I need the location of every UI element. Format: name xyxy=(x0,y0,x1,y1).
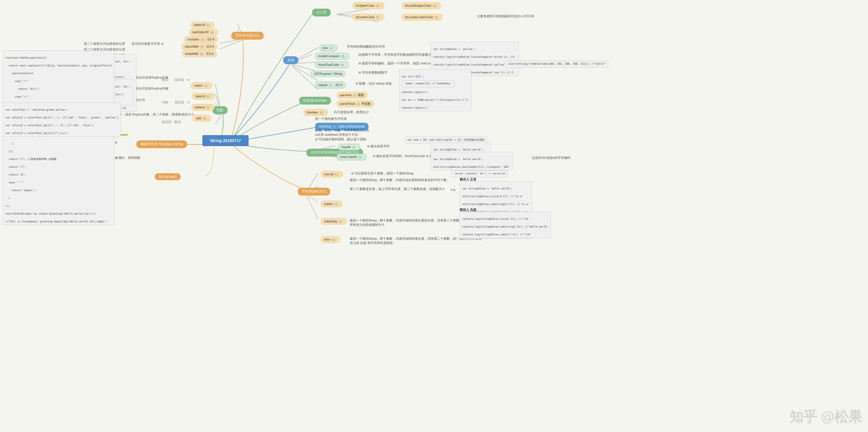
branch-convert-number: 转变成 Number xyxy=(299,97,331,104)
svg-line-18 xyxy=(215,115,221,124)
center-node: String 20190717 xyxy=(202,135,249,146)
leaf-trim: trim（） xyxy=(319,45,337,52)
leaf-includes: includes（）- ES 6 xyxy=(184,36,218,43)
code-fromCharCode: alert(String.fromCharCode(104, 101, 108,… xyxy=(506,61,608,68)
charAt-note: ⊖ 输出的是字符 xyxy=(367,144,390,148)
secondparam-start-note: 第二个参数为开始搜索的位置 是否找到参数字符串 ⊖ xyxy=(84,42,164,46)
toString-note4: ⊖ 可以输出每种进制，默认是十进制 xyxy=(315,137,366,141)
leaf-charAt: charAt（） xyxy=(338,144,360,151)
mind-map: String 20190717 大小写 toUpperCase（） toLoca… xyxy=(0,0,868,432)
leaf-lastIndexOf: lastIndexOf（） xyxy=(189,29,218,35)
leaf-substring: substring（） xyxy=(321,218,347,225)
branch-match: 匹配 xyxy=(212,106,227,114)
leaf-toLocalUpperCase: toLocalUpperCase（） xyxy=(402,2,441,9)
leaf-match: match（） xyxy=(191,82,212,89)
branch-string-ops: 字符串操作方法 xyxy=(298,188,330,196)
leaf-concat: concat（） xyxy=(321,171,343,177)
leaf-toLowerCase: toLowerCase（） xyxy=(353,14,384,21)
code-negative: console.log(stringValue.slice(-3)); //'r… xyxy=(460,212,551,238)
code-left2: var colorText = 'red,blue,green,yellow';… xyxy=(3,102,121,137)
svg-line-7 xyxy=(220,40,243,49)
leaf-substr: substr（） xyxy=(321,201,342,207)
leaf-slice: slice（） xyxy=(321,236,340,243)
code-left1: function htmlEscape(text){ return text.r… xyxy=(3,51,115,225)
substring-note2: 所有传入的负值都转为 0 xyxy=(350,223,384,227)
code-jsonParse: var str='123'; arr1=str.split(''); conso… xyxy=(399,69,471,111)
match-return: 数组 返回值：⊖ xyxy=(162,78,190,82)
leaf-localeCompare: localeCompare（） xyxy=(315,53,349,60)
branch-string-raw: String.raw() xyxy=(155,173,181,180)
localeCompare-annotation: 主要考虑到不同的国家语言的大小写不同 xyxy=(477,14,534,19)
svg-line-17 xyxy=(215,114,221,115)
charCodeAt-annotation: 注意的101就是e的字符编码 xyxy=(532,156,570,160)
leaf-indexOf: indexOf（） xyxy=(191,22,214,28)
negative-note: 都传入 负值 xyxy=(460,208,476,212)
branch-size: 大小写 xyxy=(312,9,331,16)
leaf-repeat: repeat（）- ES 6 xyxy=(315,82,346,88)
leaf-parseFloat: parseFloat（）序底数 xyxy=(337,100,374,107)
toString-note3: null 和 undefined 没有这个方法 xyxy=(315,133,358,137)
leaf-charCodeAt: charCodeAt（） xyxy=(337,154,366,160)
leaf-jsonParse: JSON.parse / String xyxy=(311,71,345,76)
repeat-note: ⊖ 取整，允许 Infinity 传值 xyxy=(355,82,392,86)
svg-line-6 xyxy=(220,39,243,43)
replace-return: 对象 返回值：⊖ xyxy=(162,100,190,104)
branch-template: 模板字符串 Template String xyxy=(136,140,187,148)
branch-other: 其他 xyxy=(283,56,298,64)
leaf-fromCharCode: fromCharCode（） xyxy=(315,62,349,68)
concat-note: ⊖ 可以接受任意个参数，返回一个新的String xyxy=(351,171,413,175)
substr-note2: 第二个参数是长度，加上字符串长度，第二个参数负值，后续数为 0 xyxy=(350,187,444,191)
slice-note2: 传入的 负值 和字符串长度相加 xyxy=(350,241,393,245)
leaf-toUpperCase: toUpperCase（） xyxy=(353,2,384,9)
watermark: 知乎 @松果 xyxy=(789,408,862,426)
toString-note2: 数值、布尔、对象、字符串都有此方法 xyxy=(315,129,369,133)
leaf-toLocaleLowerCase: toLocaleLowerCase（） xyxy=(402,14,442,21)
jsonParse-note: ⊖ 字符串变数组数字 xyxy=(359,71,387,75)
leaf-replace: replace（） xyxy=(191,104,214,110)
code-repeat: 'haha'.repeat(2); //'hahahaha' xyxy=(402,80,454,87)
branch-position: 字符串位置方法 xyxy=(231,32,264,39)
number-note: 共不是很合理，使用总少 xyxy=(334,110,369,114)
leaf-number: Number（） xyxy=(304,109,328,116)
split-return: 返回值：数组 xyxy=(162,120,181,124)
leaf-startsWith: startsWith（）- ES 6 xyxy=(182,43,217,50)
positive-note: 都传入 正直 xyxy=(460,177,476,181)
trim-note: 字符串的两端删除空白字符 xyxy=(347,45,385,49)
leaf-search: search（） xyxy=(192,93,214,100)
svg-line-13 xyxy=(292,66,318,90)
leaf-split: split（） xyxy=(192,115,211,122)
eg-note: e.g xyxy=(451,188,455,191)
leaf-endsWith: endsWith（）- ES 6 xyxy=(182,51,217,57)
code-concat: 'verse'.concat(' bt') -> verse.bt xyxy=(451,170,508,177)
code-charCodeAt: var stringValue = 'hello world'; alert(s… xyxy=(431,152,513,170)
leaf-parseInt: parseInt（）整数 xyxy=(337,92,367,98)
toString-note1: 把一个值转换为字符串 xyxy=(315,117,347,121)
substr-note: 返回一个新的String，两个参数，代表开始位置和和结束后的字符个数。 xyxy=(350,178,450,182)
svg-line-22 xyxy=(306,195,318,220)
